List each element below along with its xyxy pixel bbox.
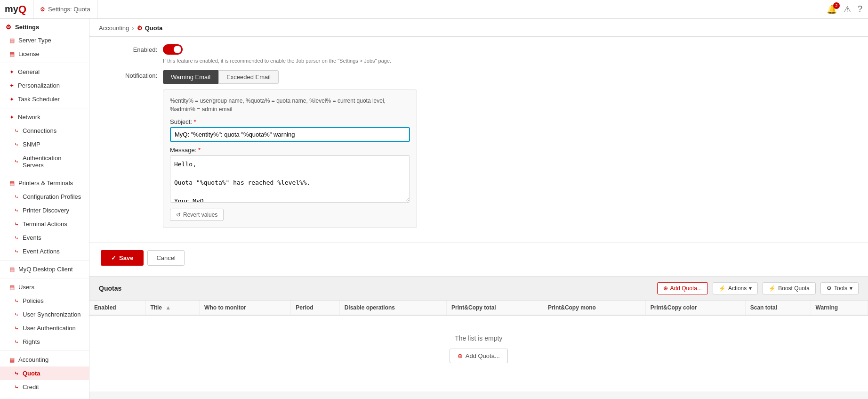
sidebar-item-network[interactable]: ✦ Network [0,110,89,124]
sidebar-item-rights[interactable]: ⤷ Rights [0,335,89,349]
boost-quota-button[interactable]: ⚡ Boost Quota [763,282,816,294]
col-who-to-monitor: Who to monitor [200,301,291,315]
settings-tab-icon: ⚙ [40,6,45,13]
printer-discovery-icon: ⤷ [14,207,19,214]
user-auth-icon: ⤷ [14,325,19,332]
sidebar-item-quota[interactable]: ⤷ Quota [0,366,89,380]
sidebar-item-terminal-actions[interactable]: ⤷ Terminal Actions [0,217,89,231]
snmp-icon: ⤷ [14,141,19,148]
tab-bar: ⚙ Settings: Quota [33,0,97,18]
add-quota-empty-button[interactable]: ⊕ Add Quota... [450,349,508,363]
config-profiles-icon: ⤷ [14,194,19,200]
col-print-copy-color: Print&Copy color [645,301,745,315]
main-layout: ⚙ Settings ▤ Server Type ▤ License ✦ Gen… [0,19,868,399]
content-area: Accounting › ⚙ Quota Enabled: If this fe… [89,19,868,399]
sidebar-item-connections[interactable]: ⤷ Connections [0,124,89,138]
credit-icon: ⤷ [14,384,19,391]
sidebar-label-general: General [18,68,40,75]
revert-label: Revert values [183,212,217,218]
revert-values-button[interactable]: ↺ Revert values [170,209,224,221]
logo-my: my [5,4,18,15]
sidebar-label-policies: Policies [23,297,44,304]
notifications-icon[interactable]: 🔔 2 [827,4,837,15]
breadcrumb-parent[interactable]: Accounting [99,24,129,32]
sidebar-label-users: Users [18,284,34,291]
sidebar-item-users[interactable]: ▤ Users [0,280,89,294]
enabled-row: Enabled: If this feature is enabled, it … [101,44,857,64]
sidebar-label-user-authentication: User Authentication [23,325,76,332]
sidebar-label-myq-desktop-client: MyQ Desktop Client [18,266,73,273]
tools-button[interactable]: ⚙ Tools ▾ [820,282,859,294]
sidebar-label-credit: Credit [23,383,39,391]
sidebar-item-user-synchronization[interactable]: ⤷ User Synchronization [0,308,89,321]
sidebar-label-connections: Connections [23,127,56,134]
enabled-label: Enabled: [101,44,157,53]
user-sync-icon: ⤷ [14,311,19,318]
actions-chevron-icon: ▾ [749,285,752,292]
sidebar-item-snmp[interactable]: ⤷ SNMP [0,138,89,151]
sidebar-item-server-type[interactable]: ▤ Server Type [0,33,89,47]
license-icon: ▤ [9,51,15,57]
notification-control: Warning Email Exceeded Email %entity% = … [163,70,857,228]
sidebar-item-printers-terminals[interactable]: ▤ Printers & Terminals [0,176,89,190]
network-icon: ✦ [9,114,14,121]
sidebar-item-general[interactable]: ✦ General [0,65,89,79]
sidebar-label-printer-discovery: Printer Discovery [23,207,69,214]
sort-icon: ▲ [165,304,171,311]
sidebar-item-printer-discovery[interactable]: ⤷ Printer Discovery [0,204,89,217]
quotas-table: Enabled Title ▲ Who to monitor Period Di… [89,301,868,382]
revert-icon: ↺ [176,212,181,218]
settings-tab-label: Settings: Quota [48,6,90,13]
help-icon[interactable]: ? [858,4,862,14]
settings-section-label: Settings [15,24,39,31]
actions-label: Actions [728,285,747,292]
notification-badge: 2 [833,2,840,9]
tab-exceeded-email[interactable]: Exceeded Email [218,70,279,84]
rights-icon: ⤷ [14,339,19,345]
quota-icon: ⤷ [14,370,19,377]
sidebar-label-printers-terminals: Printers & Terminals [18,179,73,187]
sidebar-item-events[interactable]: ⤷ Events [0,231,89,244]
sidebar-item-authentication-servers[interactable]: ⤷ Authentication Servers [0,151,89,172]
notification-label: Notification: [101,70,157,79]
sidebar-item-task-scheduler[interactable]: ✦ Task Scheduler [0,92,89,106]
sidebar-item-event-actions[interactable]: ⤷ Event Actions [0,244,89,258]
sidebar-item-policies[interactable]: ⤷ Policies [0,294,89,308]
sidebar-item-accounting[interactable]: ▤ Accounting [0,353,89,366]
save-button[interactable]: ✓ Save [101,250,144,266]
accounting-icon: ▤ [9,357,15,363]
quotas-section: Quotas ⊕ Add Quota... ⚡ Actions ▾ ⚡ [89,276,868,382]
sidebar-item-license[interactable]: ▤ License [0,47,89,61]
logo-q: Q [18,3,26,16]
sidebar-label-network: Network [18,114,40,121]
notification-tab-group: Warning Email Exceeded Email [163,70,857,84]
personalization-icon: ✦ [9,82,14,89]
sidebar-item-personalization[interactable]: ✦ Personalization [0,79,89,92]
sidebar-label-snmp: SNMP [23,141,40,148]
sidebar: ⚙ Settings ▤ Server Type ▤ License ✦ Gen… [0,19,89,399]
cancel-button[interactable]: Cancel [147,250,184,266]
col-scan-total: Scan total [745,301,811,315]
sidebar-label-events: Events [23,234,41,241]
sidebar-label-authentication-servers: Authentication Servers [23,155,83,169]
sidebar-item-credit[interactable]: ⤷ Credit [0,380,89,394]
tab-warning-email[interactable]: Warning Email [163,70,218,84]
boost-icon: ⚡ [769,285,776,292]
alerts-icon[interactable]: ⚠ [844,4,851,15]
sidebar-item-configuration-profiles[interactable]: ⤷ Configuration Profiles [0,190,89,204]
col-title[interactable]: Title ▲ [145,301,200,315]
subject-input[interactable] [170,127,410,142]
event-actions-icon: ⤷ [14,248,19,255]
sidebar-label-task-scheduler: Task Scheduler [18,96,60,103]
message-textarea[interactable]: Hello, Quota "%quota%" has reached %leve… [170,155,410,203]
add-quota-header-button[interactable]: ⊕ Add Quota... [657,282,708,294]
action-row: ✓ Save Cancel [89,242,868,273]
sidebar-item-user-authentication[interactable]: ⤷ User Authentication [0,321,89,335]
add-quota-empty-label: Add Quota... [466,352,500,359]
sidebar-item-myq-desktop-client[interactable]: ▤ MyQ Desktop Client [0,262,89,276]
actions-button[interactable]: ⚡ Actions ▾ [713,282,758,294]
enabled-toggle[interactable] [163,44,183,55]
settings-quota-tab[interactable]: ⚙ Settings: Quota [33,0,97,18]
sidebar-label-quota: Quota [23,370,40,377]
notification-box: %entity% = user/group name, %quota% = qu… [163,90,417,228]
